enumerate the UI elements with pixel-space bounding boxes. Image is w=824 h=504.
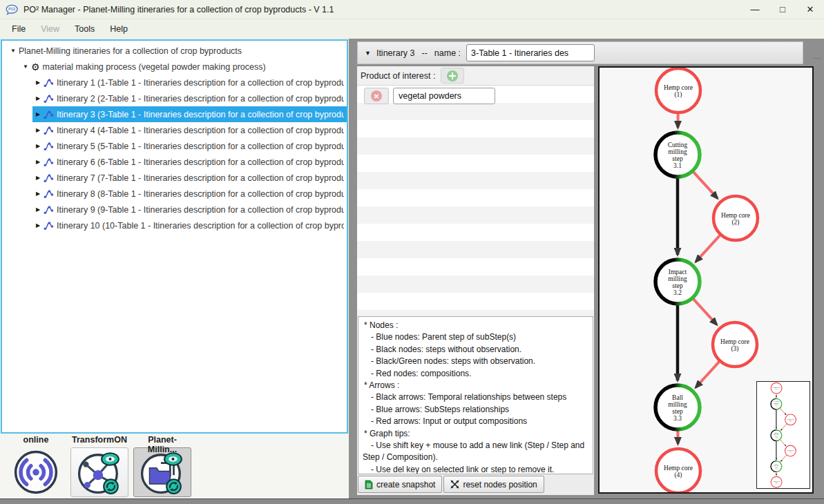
add-product-button[interactable]: [441, 68, 464, 84]
minimize-button[interactable]: —: [741, 0, 769, 19]
expand-arrow-icon[interactable]: ▶: [32, 79, 44, 86]
tree-item-label: Itinerary 3 (3-Table 1 - Itineraries des…: [57, 110, 344, 119]
reset-nodes-button[interactable]: reset nodes position: [443, 476, 544, 493]
itinerary-icon: [44, 220, 54, 231]
tree-item[interactable]: ▶Itinerary 5 (5-Table 1 - Itineraries de…: [2, 138, 347, 154]
reset-position-icon: [450, 480, 459, 489]
graph-edge-cutting-hemp2[interactable]: [780, 408, 786, 415]
product-name-input[interactable]: [393, 88, 495, 104]
planet-milling-button[interactable]: [133, 447, 191, 497]
product-of-interest-list: ✕: [357, 86, 594, 316]
expand-arrow-icon[interactable]: ▶: [32, 191, 44, 197]
itinerary-icon: [44, 125, 54, 135]
tree-item-label: Itinerary 9 (9-Table 1 - Itineraries des…: [57, 205, 344, 215]
graph-edge-hemp2-impact[interactable]: [780, 424, 787, 431]
expand-arrow-icon[interactable]: ▶: [32, 95, 44, 101]
splitter-handle[interactable]: ···: [814, 55, 823, 62]
tree-item[interactable]: ▶Itinerary 6 (6-Table 1 - Itineraries de…: [2, 154, 347, 170]
toolbar-item-planet-milling: Planet-Millin...: [133, 435, 191, 497]
window-title: PO² Manager - Planet-Milling itineraries…: [23, 5, 334, 14]
toolbar-item-transformon: TransformON: [70, 435, 128, 497]
itinerary-graph-panel[interactable]: Hemp core(1)Cuttingmillingstep3.1Hemp co…: [598, 66, 814, 494]
legend-line: - Blue arrows: SubSteps relationships: [363, 404, 588, 416]
itinerary-icon: [44, 173, 54, 183]
expand-arrow-icon[interactable]: ▶: [32, 222, 44, 229]
tree-item-label: Itinerary 7 (7-Table 1 - Itineraries des…: [57, 173, 344, 183]
collapse-arrow-icon[interactable]: ▼: [365, 50, 371, 57]
graph-edge-impact-hemp3[interactable]: [693, 298, 716, 324]
graph-edge-hemp3-ball[interactable]: [696, 361, 719, 387]
transformon-button[interactable]: [70, 447, 128, 497]
tree-item[interactable]: ▶Itinerary 10 (10-Table 1 - Itineraries …: [2, 217, 347, 233]
itinerary-icon: [44, 141, 54, 151]
expand-arrow-icon[interactable]: ▶: [32, 175, 44, 181]
tree-item[interactable]: ▶Itinerary 9 (9-Table 1 - Itineraries de…: [2, 202, 347, 217]
close-button[interactable]: ✕: [796, 0, 824, 19]
menu-tools[interactable]: Tools: [67, 21, 102, 37]
tree-item[interactable]: ▶Itinerary 1 (1-Table 1 - Itineraries de…: [2, 75, 347, 90]
tree-item[interactable]: ▼Planet-Milling itineraries for a collec…: [2, 43, 347, 59]
graph-edge-hemp3-ball[interactable]: [780, 455, 787, 461]
expand-arrow-icon[interactable]: ▶: [32, 127, 44, 133]
snapshot-file-icon: [365, 480, 373, 490]
window-controls: — □ ✕: [741, 0, 824, 19]
expand-arrow-icon[interactable]: ▼: [20, 64, 31, 70]
tree-item[interactable]: ▶Itinerary 3 (3-Table 1 - Itineraries de…: [2, 106, 347, 122]
tree-item[interactable]: ▶Itinerary 4 (4-Table 1 - Itineraries de…: [2, 122, 347, 138]
graph-edge-cutting-hemp2[interactable]: [693, 171, 717, 198]
tree-item[interactable]: ▶Itinerary 7 (7-Table 1 - Itineraries de…: [2, 170, 347, 186]
itinerary-icon: [44, 77, 54, 88]
itinerary-name-input[interactable]: [466, 44, 595, 61]
create-snapshot-button[interactable]: create snapshot: [358, 476, 442, 493]
expand-arrow-icon[interactable]: ▶: [32, 159, 44, 165]
product-of-interest-label: Product of interest :: [361, 71, 435, 81]
online-label: online: [7, 435, 65, 447]
menu-help[interactable]: Help: [102, 21, 135, 37]
expand-arrow-icon[interactable]: ▶: [32, 143, 44, 149]
legend-line: - Use shift key + mouse to add a new lin…: [363, 440, 588, 464]
tree-item-label: Planet-Milling itineraries for a collect…: [19, 46, 242, 56]
legend-line: - Red arrows: Input or output compositio…: [363, 416, 588, 427]
legend-line: - Black/Green nodes: steps with observat…: [363, 356, 588, 367]
gear-icon: ⚙: [31, 61, 40, 72]
header-separator: --: [422, 48, 428, 58]
menu-file[interactable]: File: [4, 21, 33, 37]
maximize-button[interactable]: □: [769, 0, 796, 19]
bottom-toolbar: online TransformON: [0, 434, 349, 498]
graph-minimap[interactable]: Hemp core(1)Cuttingmillingstep3.1Hemp co…: [756, 381, 810, 489]
svg-text:PO2: PO2: [8, 7, 15, 11]
product-row: ✕: [357, 87, 594, 105]
itinerary-icon: [44, 109, 54, 119]
itinerary-title: Itinerary 3: [376, 48, 415, 58]
graph-edge-hemp2-impact[interactable]: [696, 235, 720, 262]
plus-icon: [447, 70, 458, 81]
tree-item[interactable]: ▶Itinerary 8 (8-Table 1 - Itineraries de…: [2, 186, 347, 202]
itinerary-detail-header: ▼ Itinerary 3 -- name :: [357, 41, 803, 64]
product-of-interest-bar: Product of interest :: [357, 66, 594, 86]
name-label: name :: [434, 48, 461, 58]
graph-legend: * Nodes :- Blue nodes: Parent step of su…: [358, 316, 593, 474]
menu-view[interactable]: View: [33, 21, 67, 37]
tree-item-label: Itinerary 10 (10-Table 1 - Itineraries d…: [57, 221, 344, 231]
tree-item[interactable]: ▶Itinerary 2 (2-Table 1 - Itineraries de…: [2, 90, 347, 106]
expand-arrow-icon[interactable]: ▶: [32, 206, 44, 213]
tree-item-label: Itinerary 2 (2-Table 1 - Itineraries des…: [57, 94, 344, 104]
legend-line: - Red nodes: compositions.: [363, 368, 588, 380]
graph-actions-row: create snapshot reset nodes position: [357, 474, 594, 495]
remove-product-button[interactable]: ✕: [364, 88, 389, 104]
planet-milling-folders-icon: [140, 449, 185, 495]
legend-line: * Nodes :: [363, 320, 588, 331]
legend-line: - Use del key on selected link or step t…: [363, 464, 588, 474]
legend-line: - Black arrows: Temporal relationships b…: [363, 391, 588, 403]
expand-arrow-icon[interactable]: ▶: [32, 111, 44, 117]
remove-x-icon: ✕: [371, 90, 382, 101]
online-signal-icon: [13, 449, 59, 495]
expand-arrow-icon[interactable]: ▼: [8, 48, 19, 54]
graph-edge-impact-hemp3[interactable]: [780, 440, 786, 446]
itinerary-tree[interactable]: ▼Planet-Milling itineraries for a collec…: [1, 39, 348, 434]
toolbar-item-online: online: [7, 435, 65, 497]
legend-line: * Arrows :: [363, 380, 588, 391]
tree-item[interactable]: ▼⚙material making process (vegetal powde…: [2, 59, 347, 75]
app-logo-icon: PO2: [6, 4, 19, 15]
online-button[interactable]: [7, 447, 65, 497]
